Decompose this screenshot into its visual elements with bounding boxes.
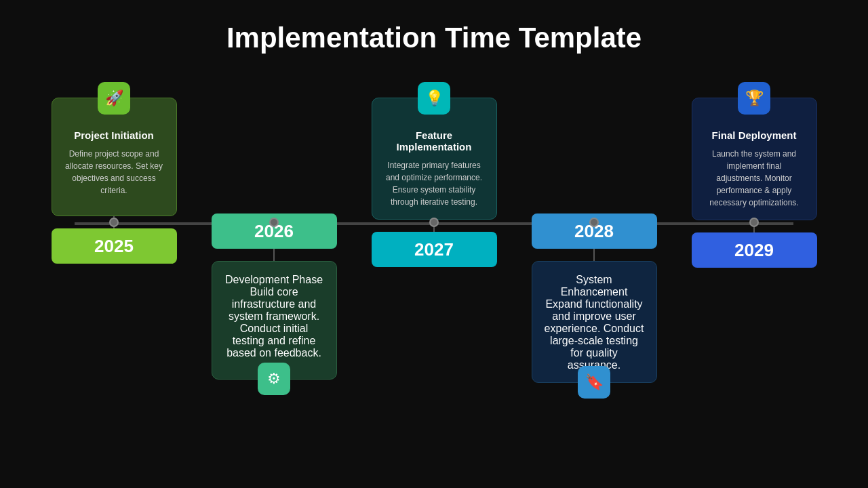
timeline: 🚀 Project Initiation Define project scop… bbox=[34, 75, 834, 427]
connector-2028 bbox=[593, 249, 595, 261]
card-title-2028: System Enhancement bbox=[543, 274, 646, 298]
dot-2026 bbox=[269, 218, 279, 227]
year-bar-2025: 2025 bbox=[52, 228, 177, 264]
card-text-2025: Define project scope and allocate resour… bbox=[63, 148, 165, 197]
page: Implementation Time Template 🚀 Project I… bbox=[0, 0, 868, 488]
card-title-2027: Feature Implementation bbox=[383, 129, 486, 152]
bookmark-icon: 🔖 bbox=[578, 366, 610, 399]
connector-2026 bbox=[273, 249, 275, 261]
dot-2025 bbox=[109, 218, 119, 227]
card-text-2026: Build core infrastructure and system fra… bbox=[223, 286, 326, 359]
card-text-2027: Integrate primary features and optimize … bbox=[383, 159, 486, 208]
col-2025: 🚀 Project Initiation Define project scop… bbox=[34, 75, 194, 383]
card-development-phase: Development Phase Build core infrastruct… bbox=[212, 261, 337, 380]
col-2029: 🏆 Final Deployment Launch the system and… bbox=[674, 75, 834, 383]
year-bar-2027: 2027 bbox=[372, 232, 497, 267]
card-text-2029: Launch the system and implement final ad… bbox=[703, 148, 806, 209]
col-2027: 💡 Feature Implementation Integrate prima… bbox=[354, 75, 514, 383]
year-bar-2029: 2029 bbox=[692, 232, 817, 268]
page-title: Implementation Time Template bbox=[226, 22, 642, 54]
dot-2027 bbox=[429, 218, 439, 227]
timeline-columns: 🚀 Project Initiation Define project scop… bbox=[34, 75, 834, 383]
col-2026: 2026 Development Phase Build core infras… bbox=[194, 75, 354, 383]
dot-2029 bbox=[749, 218, 759, 227]
rocket-icon: 🚀 bbox=[98, 82, 130, 115]
card-project-initiation: 🚀 Project Initiation Define project scop… bbox=[52, 98, 177, 216]
gear-icon: ⚙ bbox=[258, 363, 290, 395]
trophy-icon: 🏆 bbox=[738, 82, 770, 115]
bulb-icon: 💡 bbox=[418, 82, 450, 115]
dot-2028 bbox=[589, 218, 599, 227]
card-title-2025: Project Initiation bbox=[63, 129, 165, 141]
card-title-2029: Final Deployment bbox=[703, 129, 806, 141]
card-feature-implementation: 💡 Feature Implementation Integrate prima… bbox=[372, 98, 497, 220]
card-final-deployment: 🏆 Final Deployment Launch the system and… bbox=[692, 98, 817, 220]
card-system-enhancement: System Enhancement Expand functionality … bbox=[532, 261, 657, 383]
card-title-2026: Development Phase bbox=[223, 274, 326, 286]
card-text-2028: Expand functionality and improve user ex… bbox=[543, 298, 646, 371]
col-2028: 2028 System Enhancement Expand functiona… bbox=[514, 75, 674, 383]
